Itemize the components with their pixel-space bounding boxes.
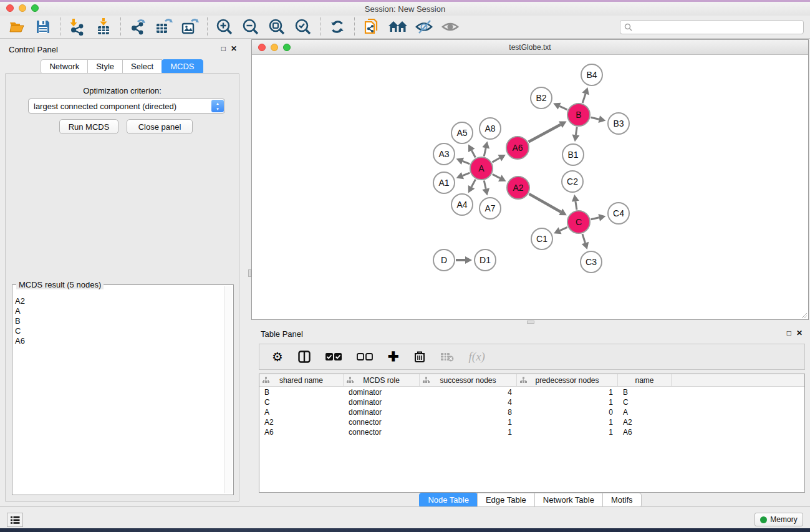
column-header-successor-nodes[interactable]: successor nodes xyxy=(420,374,517,386)
search-input[interactable] xyxy=(620,20,804,34)
deselect-all-columns-icon[interactable] xyxy=(357,352,373,361)
table-close-panel-icon[interactable]: ✕ xyxy=(796,329,803,337)
tab-network[interactable]: Network xyxy=(41,59,88,74)
graph-node-A4[interactable]: A4 xyxy=(451,194,473,215)
tab-motifs[interactable]: Motifs xyxy=(602,493,642,508)
add-column-icon[interactable]: ✚ xyxy=(388,349,399,364)
graph-node-A5[interactable]: A5 xyxy=(451,122,473,143)
graph-edge-C-C4[interactable] xyxy=(591,218,599,220)
resize-handle-icon[interactable] xyxy=(801,312,808,319)
graph-edge-C-C3[interactable] xyxy=(582,234,585,243)
mcds-result-item[interactable]: A xyxy=(15,306,25,316)
import-network-icon[interactable] xyxy=(68,17,87,36)
graph-node-A[interactable]: A xyxy=(470,157,493,180)
column-header-predecessor-nodes[interactable]: predecessor nodes xyxy=(517,374,618,386)
refresh-layout-icon[interactable] xyxy=(328,17,347,36)
graph-edge-C-C1[interactable] xyxy=(560,227,567,230)
graph-node-A7[interactable]: A7 xyxy=(480,198,501,219)
mcds-result-item[interactable]: B xyxy=(15,316,25,326)
mcds-result-item[interactable]: A6 xyxy=(15,336,25,346)
column-header-shared-name[interactable]: shared name xyxy=(259,374,344,386)
graph-edge-A-A6[interactable] xyxy=(492,158,499,162)
import-table-icon[interactable] xyxy=(94,17,113,36)
graph-node-A2[interactable]: A2 xyxy=(507,177,529,199)
split-columns-icon[interactable] xyxy=(298,351,311,363)
graph-edge-A6-B[interactable] xyxy=(529,125,561,142)
title-bar[interactable]: Session: New Session xyxy=(0,2,810,16)
graph-node-B2[interactable]: B2 xyxy=(531,87,552,109)
graph-edge-B-B4[interactable] xyxy=(582,94,586,103)
status-menu-button[interactable] xyxy=(7,513,23,527)
graph-node-A6[interactable]: A6 xyxy=(506,137,529,159)
graph-node-A8[interactable]: A8 xyxy=(480,118,501,139)
zoom-selected-icon[interactable] xyxy=(294,17,312,36)
zoom-in-icon[interactable] xyxy=(215,17,234,36)
export-image-icon[interactable] xyxy=(181,17,200,36)
graph-node-A1[interactable]: A1 xyxy=(433,172,455,193)
zoom-out-icon[interactable] xyxy=(241,17,260,36)
open-session-icon[interactable] xyxy=(7,17,26,36)
graph-edge-A-A3[interactable] xyxy=(463,161,470,163)
graph-node-C1[interactable]: C1 xyxy=(531,228,552,249)
show-eye-icon[interactable] xyxy=(441,17,460,36)
tab-edge-table[interactable]: Edge Table xyxy=(477,493,535,508)
graph-node-C4[interactable]: C4 xyxy=(608,203,629,224)
table-row[interactable]: Cdominator41C xyxy=(259,397,804,407)
graph-edge-B-B3[interactable] xyxy=(591,117,599,119)
memory-button[interactable]: Memory xyxy=(755,513,803,526)
graph-node-C2[interactable]: C2 xyxy=(562,171,583,192)
column-header-name[interactable]: name xyxy=(618,374,672,386)
table-row[interactable]: A6connector11A6 xyxy=(259,427,804,437)
network-window-titlebar[interactable]: testGlobe.txt xyxy=(252,40,808,55)
graph-node-B3[interactable]: B3 xyxy=(608,113,629,134)
table-float-panel-icon[interactable]: □ xyxy=(787,329,791,337)
graph-node-B4[interactable]: B4 xyxy=(581,64,602,85)
graph-edge-A2-C[interactable] xyxy=(529,194,561,212)
tab-select[interactable]: Select xyxy=(122,59,162,74)
graph-edge-A-A1[interactable] xyxy=(463,173,470,175)
graph-edge-A-A7[interactable] xyxy=(484,181,486,189)
export-network-icon[interactable] xyxy=(128,17,147,36)
graph-edge-C-C2[interactable] xyxy=(576,201,577,210)
mcds-result-scrollbar[interactable] xyxy=(224,286,232,493)
side-splitter-handle[interactable] xyxy=(248,269,251,277)
tab-style[interactable]: Style xyxy=(87,59,123,74)
graph-edge-A-A8[interactable] xyxy=(484,148,486,156)
tab-network-table[interactable]: Network Table xyxy=(534,493,603,508)
hide-panels-icon[interactable] xyxy=(415,17,433,36)
float-panel-icon[interactable]: □ xyxy=(221,44,226,53)
graph-edge-B-B2[interactable] xyxy=(559,106,567,110)
delete-column-icon[interactable] xyxy=(414,351,425,363)
table-row[interactable]: Adominator80A xyxy=(259,407,804,417)
optimization-criterion-select[interactable]: largest connected component (directed) ▲… xyxy=(28,99,225,114)
graph-edge-B-B1[interactable] xyxy=(576,127,577,135)
mcds-result-list[interactable]: A2ABCA6 xyxy=(15,296,25,346)
delete-table-icon[interactable] xyxy=(440,352,454,362)
graph-node-C3[interactable]: C3 xyxy=(581,251,602,273)
mcds-result-item[interactable]: C xyxy=(15,326,25,336)
new-network-icon[interactable] xyxy=(362,17,381,36)
run-mcds-button[interactable]: Run MCDS xyxy=(59,119,118,134)
graph-edge-A-A4[interactable] xyxy=(471,180,475,187)
close-panel-icon[interactable]: ✕ xyxy=(231,44,237,53)
graph-node-B1[interactable]: B1 xyxy=(562,144,584,165)
table-row[interactable]: Bdominator41B xyxy=(259,387,804,397)
function-builder-icon[interactable]: f(x) xyxy=(469,350,485,364)
mcds-result-item[interactable]: A2 xyxy=(15,296,25,306)
column-header-MCDS-role[interactable]: MCDS role xyxy=(344,374,420,386)
panel-splitter-handle[interactable] xyxy=(527,321,534,324)
zoom-fit-icon[interactable] xyxy=(268,17,286,36)
graph-node-D[interactable]: D xyxy=(433,249,455,271)
graph-node-C[interactable]: C xyxy=(567,211,590,233)
close-panel-button[interactable]: Close panel xyxy=(127,119,193,134)
table-settings-icon[interactable]: ⚙ xyxy=(272,349,283,364)
home-view-icon[interactable] xyxy=(388,17,407,36)
network-canvas[interactable]: B4B2BB3A5A8A6B1A3AC2A1A2A4A7C4CC1C3DD1 xyxy=(252,55,808,319)
table-row[interactable]: A2connector11A2 xyxy=(259,417,804,427)
tab-node-table[interactable]: Node Table xyxy=(419,493,478,508)
graph-node-B[interactable]: B xyxy=(567,104,590,126)
save-session-icon[interactable] xyxy=(34,17,52,36)
graph-node-D1[interactable]: D1 xyxy=(475,249,496,271)
graph-edge-A-A5[interactable] xyxy=(471,150,475,157)
graph-node-A3[interactable]: A3 xyxy=(433,143,455,165)
